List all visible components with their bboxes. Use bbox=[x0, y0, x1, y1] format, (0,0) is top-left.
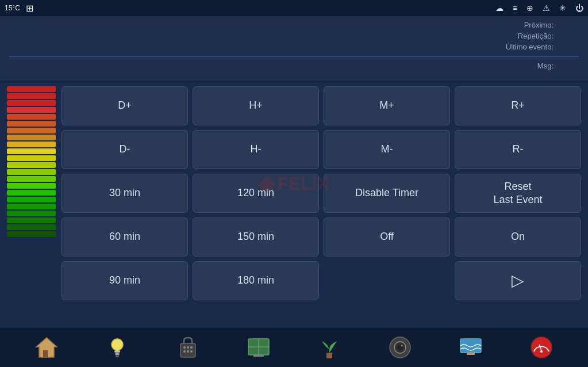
os-icon: ⊞ bbox=[26, 3, 33, 14]
repeticao-value bbox=[556, 32, 579, 40]
bottom-bar bbox=[0, 327, 588, 367]
svg-rect-1 bbox=[43, 350, 48, 357]
meter-bar-11 bbox=[7, 162, 56, 168]
gauge-icon[interactable] bbox=[528, 334, 555, 361]
d-plus-button[interactable]: D+ bbox=[62, 86, 188, 125]
timer-120-button[interactable]: 120 min bbox=[193, 174, 319, 213]
temperature-label: 15°C bbox=[5, 4, 20, 12]
timer-30-button[interactable]: 30 min bbox=[62, 174, 188, 213]
svg-rect-5 bbox=[116, 355, 119, 357]
svg-rect-17 bbox=[326, 353, 332, 358]
top-bar-right: ☁ ≡ ⊕ ⚠ ✳ ⏻ bbox=[495, 3, 583, 13]
meter-bar-14 bbox=[7, 183, 56, 189]
msg-value bbox=[556, 62, 579, 70]
proximo-label: Próximo: bbox=[524, 21, 554, 29]
on-button[interactable]: On bbox=[455, 217, 581, 257]
play-button[interactable]: ▷ bbox=[455, 261, 581, 300]
svg-point-8 bbox=[187, 346, 189, 349]
plant-icon[interactable] bbox=[316, 334, 343, 361]
info-divider bbox=[9, 56, 579, 57]
alert-icon: ⚠ bbox=[543, 3, 550, 13]
timer-150-button[interactable]: 150 min bbox=[193, 217, 319, 257]
d-minus-button[interactable]: D- bbox=[62, 130, 188, 169]
meter-bar-3 bbox=[7, 107, 56, 113]
svg-point-9 bbox=[190, 346, 193, 349]
h-minus-button[interactable]: H- bbox=[193, 130, 319, 169]
meter-bar-1 bbox=[7, 93, 56, 99]
cloud-icon: ☁ bbox=[495, 3, 504, 13]
svg-point-21 bbox=[401, 345, 402, 346]
power-icon[interactable]: ⏻ bbox=[575, 3, 583, 13]
reset-last-event-button[interactable]: Reset Last Event bbox=[455, 174, 581, 213]
pool-icon[interactable] bbox=[458, 334, 484, 361]
r-plus-button[interactable]: R+ bbox=[455, 86, 581, 125]
ultimo-row: Último evento: bbox=[9, 43, 579, 51]
svg-point-7 bbox=[183, 346, 186, 349]
meter-bar-20 bbox=[7, 224, 56, 230]
meter-bar-5 bbox=[7, 121, 56, 127]
meter-bar-16 bbox=[7, 197, 56, 202]
ultimo-value bbox=[556, 43, 579, 51]
r-minus-button[interactable]: R- bbox=[455, 130, 581, 169]
lock-icon[interactable] bbox=[175, 334, 201, 361]
light-icon[interactable] bbox=[104, 334, 130, 361]
svg-point-12 bbox=[190, 350, 193, 353]
button-grid: D+ H+ M+ R+ D- H- M- R- 30 min 120 min D… bbox=[62, 86, 581, 300]
meter-bar-17 bbox=[7, 204, 56, 209]
svg-rect-4 bbox=[115, 353, 120, 355]
window-icon[interactable] bbox=[245, 334, 272, 361]
off-button[interactable]: Off bbox=[324, 217, 450, 257]
svg-rect-3 bbox=[114, 350, 120, 353]
timer-180-button[interactable]: 180 min bbox=[193, 261, 319, 300]
meter-bar-19 bbox=[7, 217, 56, 223]
svg-rect-23 bbox=[467, 353, 475, 355]
meter-bar-7 bbox=[7, 135, 56, 140]
m-minus-button[interactable]: M- bbox=[324, 130, 450, 169]
menu-icon: ≡ bbox=[513, 3, 517, 13]
home-icon[interactable] bbox=[33, 334, 60, 361]
meter-bar-21 bbox=[7, 231, 56, 237]
level-meter bbox=[7, 86, 56, 300]
top-bar: 15°C ⊞ ☁ ≡ ⊕ ⚠ ✳ ⏻ bbox=[0, 0, 588, 16]
msg-label: Msg: bbox=[537, 62, 554, 70]
camera-icon[interactable] bbox=[387, 334, 413, 361]
meter-bar-8 bbox=[7, 142, 56, 147]
repeticao-label: Repetição: bbox=[518, 32, 554, 40]
settings-icon: ⊕ bbox=[526, 3, 533, 13]
timer-60-button[interactable]: 60 min bbox=[62, 217, 188, 257]
empty-button bbox=[324, 261, 450, 300]
info-panel: Próximo: Repetição: Último evento: Msg: bbox=[0, 16, 588, 79]
star-icon: ✳ bbox=[559, 3, 566, 13]
meter-bar-12 bbox=[7, 169, 56, 175]
meter-bar-2 bbox=[7, 100, 56, 106]
h-plus-button[interactable]: H+ bbox=[193, 86, 319, 125]
main-area: D+ H+ M+ R+ D- H- M- R- 30 min 120 min D… bbox=[0, 79, 588, 307]
msg-row: Msg: bbox=[9, 62, 579, 70]
proximo-row: Próximo: bbox=[9, 21, 579, 29]
meter-bar-13 bbox=[7, 176, 56, 182]
svg-point-10 bbox=[183, 350, 186, 353]
repeticao-row: Repetição: bbox=[9, 32, 579, 40]
top-bar-left: 15°C ⊞ bbox=[5, 3, 33, 14]
meter-bar-6 bbox=[7, 128, 56, 133]
svg-point-2 bbox=[112, 339, 123, 350]
meter-bar-10 bbox=[7, 155, 56, 161]
timer-90-button[interactable]: 90 min bbox=[62, 261, 188, 300]
m-plus-button[interactable]: M+ bbox=[324, 86, 450, 125]
svg-point-25 bbox=[540, 350, 543, 353]
svg-point-11 bbox=[187, 350, 189, 353]
meter-bar-0 bbox=[7, 86, 56, 92]
meter-bar-9 bbox=[7, 148, 56, 154]
meter-bar-4 bbox=[7, 114, 56, 120]
svg-point-24 bbox=[531, 337, 552, 358]
proximo-value bbox=[556, 21, 579, 29]
meter-bar-18 bbox=[7, 211, 56, 216]
svg-rect-16 bbox=[253, 355, 264, 357]
ultimo-label: Último evento: bbox=[506, 43, 554, 51]
meter-bar-15 bbox=[7, 190, 56, 196]
disable-timer-button[interactable]: Disable Timer bbox=[324, 174, 450, 213]
